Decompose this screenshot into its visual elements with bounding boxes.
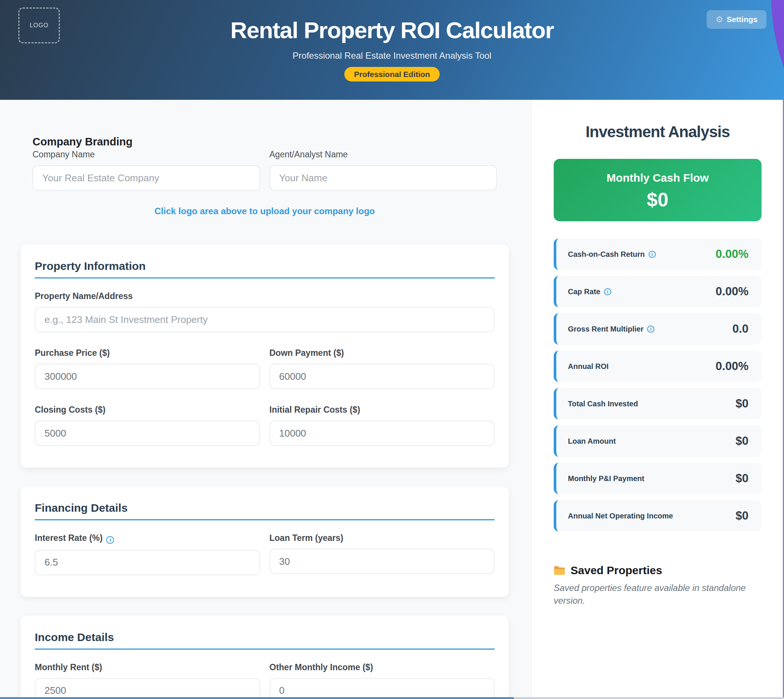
metric-label: Annual Net Operating Income [568, 512, 673, 520]
metric-row-gross-rent-multiplier: Gross Rent Multiplieri 0.0 [554, 313, 762, 345]
closing-costs-label: Closing Costs ($) [35, 405, 260, 414]
agent-name-label: Agent/Analyst Name [270, 149, 497, 159]
monthly-rent-input[interactable] [35, 678, 260, 699]
metric-label: Total Cash Invested [568, 399, 638, 408]
down-payment-input[interactable] [270, 364, 495, 389]
loan-term-input[interactable] [270, 549, 495, 574]
horizontal-scrollbar-thumb[interactable] [0, 697, 514, 699]
metric-label: Cap Ratei [568, 287, 611, 296]
investment-analysis-panel: Investment Analysis Monthly Cash Flow $0… [531, 100, 784, 699]
financing-details-heading: Financing Details [35, 501, 495, 520]
cash-on-cash-info-icon[interactable]: i [649, 251, 656, 258]
metric-value: $0 [736, 472, 749, 485]
metric-label: Annual ROI [568, 362, 609, 371]
metric-value: 0.00% [716, 285, 749, 298]
down-payment-label: Down Payment ($) [270, 348, 495, 358]
settings-button-label: Settings [726, 15, 757, 24]
saved-properties-section: Saved Properties Saved properties featur… [554, 564, 762, 607]
horizontal-scrollbar[interactable] [0, 697, 784, 699]
metric-row-monthly-pi-payment: Monthly P&I Payment $0 [554, 463, 762, 494]
settings-button[interactable]: ⚙ Settings [707, 10, 766, 29]
other-income-input[interactable] [270, 678, 495, 699]
metric-label: Gross Rent Multiplieri [568, 325, 654, 333]
investment-analysis-heading: Investment Analysis [554, 123, 762, 141]
saved-properties-note: Saved properties feature available in st… [554, 581, 757, 607]
metric-label: Monthly P&I Payment [568, 474, 644, 483]
app: LOGO Rental Property ROI Calculator Prof… [0, 0, 784, 699]
saved-properties-heading: Saved Properties [554, 564, 762, 577]
form-column: Company Branding Company Name Agent/Anal… [0, 100, 531, 699]
closing-costs-input[interactable] [35, 421, 260, 446]
metric-row-cash-on-cash-return: Cash-on-Cash Returni 0.00% [554, 239, 762, 270]
repair-costs-label: Initial Repair Costs ($) [270, 405, 495, 414]
metric-row-cap-rate: Cap Ratei 0.00% [554, 276, 762, 307]
income-details-heading: Income Details [35, 631, 495, 650]
metric-row-total-cash-invested: Total Cash Invested $0 [554, 388, 762, 419]
company-branding-section: Company Branding Company Name Agent/Anal… [21, 135, 509, 217]
company-name-label: Company Name [33, 149, 260, 159]
company-branding-heading: Company Branding [33, 135, 497, 148]
page-subtitle: Professional Real Estate Investment Anal… [0, 50, 784, 61]
repair-costs-input[interactable] [270, 421, 495, 446]
gear-icon: ⚙ [716, 15, 723, 25]
cap-rate-info-icon[interactable]: i [604, 288, 611, 295]
edition-badge: Professional Edition [344, 67, 440, 81]
company-name-input[interactable] [33, 165, 260, 190]
purchase-price-label: Purchase Price ($) [35, 348, 260, 358]
metric-row-loan-amount: Loan Amount $0 [554, 426, 762, 457]
metric-value: 0.00% [716, 359, 749, 373]
interest-rate-input[interactable] [35, 550, 260, 575]
metric-value: $0 [736, 509, 749, 523]
metric-value: $0 [736, 434, 749, 448]
page-title: Rental Property ROI Calculator [0, 17, 784, 43]
metric-value: 0.0 [733, 322, 749, 336]
monthly-cashflow-value: $0 [554, 189, 762, 211]
property-information-card: Property Information Property Name/Addre… [21, 245, 509, 468]
metric-value: 0.00% [716, 247, 749, 261]
gross-rent-multiplier-info-icon[interactable]: i [647, 326, 654, 333]
income-details-card: Income Details Monthly Rent ($) Other Mo… [21, 616, 509, 699]
other-income-label: Other Monthly Income ($) [270, 663, 495, 672]
interest-rate-info-icon[interactable]: i [106, 536, 114, 544]
monthly-cashflow-card: Monthly Cash Flow $0 [554, 159, 762, 221]
monthly-rent-label: Monthly Rent ($) [35, 663, 260, 672]
metric-label: Loan Amount [568, 437, 616, 446]
metric-row-annual-net-operating-income: Annual Net Operating Income $0 [554, 500, 762, 532]
purchase-price-input[interactable] [35, 364, 260, 389]
monthly-cashflow-label: Monthly Cash Flow [554, 171, 762, 185]
logo-upload-hint: Click logo area above to upload your com… [33, 206, 497, 217]
property-name-input[interactable] [35, 307, 495, 332]
metric-row-annual-roi: Annual ROI 0.00% [554, 351, 762, 382]
interest-rate-label: Interest Rate (%)i [35, 533, 260, 544]
folder-icon [554, 565, 565, 576]
property-information-heading: Property Information [35, 259, 495, 278]
metric-label: Cash-on-Cash Returni [568, 250, 656, 258]
content: Company Branding Company Name Agent/Anal… [0, 100, 784, 699]
metric-value: $0 [736, 397, 749, 411]
app-header: LOGO Rental Property ROI Calculator Prof… [0, 0, 784, 100]
loan-term-label: Loan Term (years) [270, 533, 495, 543]
property-name-label: Property Name/Address [35, 291, 495, 301]
financing-details-card: Financing Details Interest Rate (%)i Loa… [21, 486, 509, 597]
agent-name-input[interactable] [270, 165, 497, 190]
